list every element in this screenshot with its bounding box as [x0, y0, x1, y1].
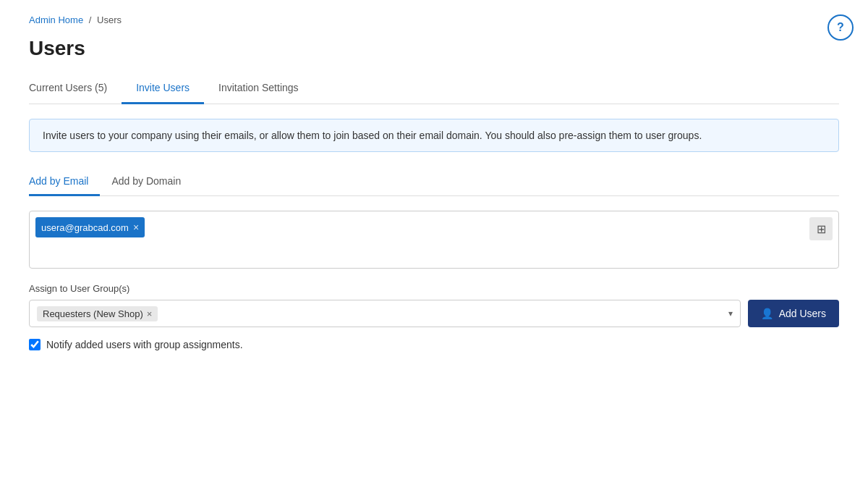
- info-box-text: Invite users to your company using their…: [43, 130, 702, 141]
- tab-invite-users[interactable]: Invite Users: [122, 75, 204, 104]
- notify-label[interactable]: Notify added users with group assignment…: [46, 339, 243, 350]
- page-title: Users: [29, 37, 839, 60]
- tab-current-users[interactable]: Current Users (5): [29, 75, 122, 104]
- sub-tab-add-by-email[interactable]: Add by Email: [29, 169, 100, 196]
- help-button[interactable]: ?: [827, 14, 854, 41]
- group-tag-text: Requesters (New Shop): [43, 308, 143, 319]
- notify-checkbox[interactable]: [29, 339, 41, 350]
- group-input[interactable]: Requesters (New Shop) × ▾: [29, 300, 741, 327]
- sub-tab-add-by-domain[interactable]: Add by Domain: [100, 169, 192, 196]
- breadcrumb-current: Users: [97, 14, 122, 25]
- email-tag-text: usera@grabcad.com: [41, 222, 129, 233]
- add-users-label: Add Users: [779, 308, 826, 319]
- add-users-icon: 👤: [761, 308, 773, 319]
- info-box: Invite users to your company using their…: [29, 119, 839, 152]
- email-tag[interactable]: usera@grabcad.com ×: [35, 217, 145, 237]
- tab-invitation-settings[interactable]: Invitation Settings: [204, 75, 313, 104]
- sub-tabs: Add by Email Add by Domain: [29, 169, 839, 196]
- email-input-area[interactable]: usera@grabcad.com × ⊞: [29, 211, 839, 269]
- group-selector: Requesters (New Shop) × ▾ 👤 Add Users: [29, 300, 839, 327]
- group-tag-remove[interactable]: ×: [147, 308, 153, 319]
- group-tag[interactable]: Requesters (New Shop) ×: [37, 306, 158, 321]
- main-tabs: Current Users (5) Invite Users Invitatio…: [29, 75, 839, 104]
- add-users-button[interactable]: 👤 Add Users: [748, 300, 839, 327]
- spreadsheet-icon-glyph: ⊞: [817, 222, 826, 236]
- email-tag-remove[interactable]: ×: [133, 222, 139, 232]
- breadcrumb-separator: /: [89, 14, 92, 25]
- assign-groups-label: Assign to User Group(s): [29, 283, 839, 294]
- help-icon: ?: [837, 21, 844, 34]
- notify-checkbox-row: Notify added users with group assignment…: [29, 339, 839, 350]
- spreadsheet-icon[interactable]: ⊞: [809, 217, 833, 240]
- breadcrumb: Admin Home / Users: [29, 14, 839, 25]
- admin-home-link[interactable]: Admin Home: [29, 14, 83, 25]
- dropdown-arrow-icon[interactable]: ▾: [728, 308, 733, 319]
